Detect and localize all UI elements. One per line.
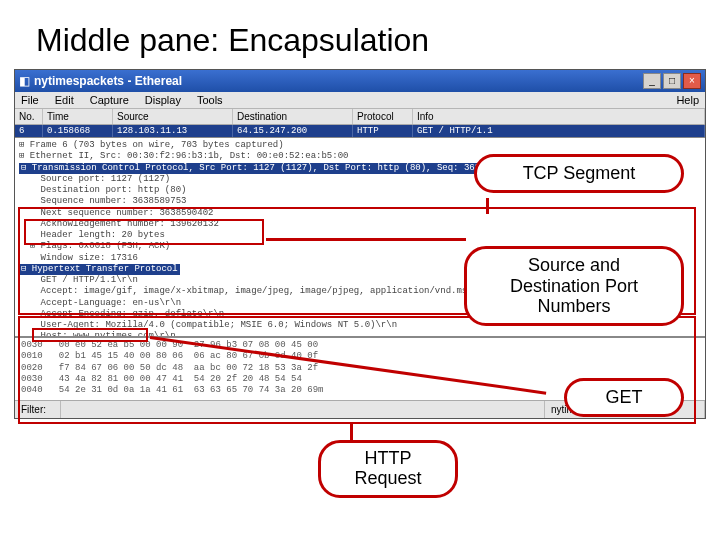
cell-protocol: HTTP [353, 125, 413, 137]
close-button[interactable]: × [683, 73, 701, 89]
tree-srcport: Source port: 1127 (1127) [19, 174, 170, 184]
packet-list-header: No. Time Source Destination Protocol Inf… [15, 109, 705, 125]
cell-time: 0.158668 [43, 125, 113, 137]
cell-no: 6 [15, 125, 43, 137]
window-title: nytimespackets - Ethereal [34, 74, 641, 88]
packet-row-selected[interactable]: 6 0.158668 128.103.11.13 64.15.247.200 H… [15, 125, 705, 138]
callout-ports: Source and Destination Port Numbers [464, 246, 684, 326]
menu-file[interactable]: File [21, 94, 39, 106]
slide-title: Middle pane: Encapsulation [0, 0, 720, 69]
titlebar[interactable]: ◧ nytimespackets - Ethereal _ □ × [15, 70, 705, 92]
col-source[interactable]: Source [113, 109, 233, 124]
minimize-button[interactable]: _ [643, 73, 661, 89]
callout-line [486, 198, 489, 214]
cell-info: GET / HTTP/1.1 [413, 125, 705, 137]
menu-help[interactable]: Help [676, 94, 699, 106]
maximize-button[interactable]: □ [663, 73, 681, 89]
callout-http-request: HTTP Request [318, 440, 458, 498]
tree-dstport: Destination port: http (80) [19, 185, 186, 195]
menubar: File Edit Capture Display Tools Help [15, 92, 705, 109]
col-destination[interactable]: Destination [233, 109, 353, 124]
col-info[interactable]: Info [413, 109, 705, 124]
col-no[interactable]: No. [15, 109, 43, 124]
app-icon: ◧ [19, 74, 30, 88]
tree-ethernet: ⊞ Ethernet II, Src: 00:30:f2:96:b3:1b, D… [19, 151, 348, 161]
col-time[interactable]: Time [43, 109, 113, 124]
menu-edit[interactable]: Edit [55, 94, 74, 106]
cell-destination: 64.15.247.200 [233, 125, 353, 137]
menu-display[interactable]: Display [145, 94, 181, 106]
highlight-ports [24, 219, 264, 245]
callout-get: GET [564, 378, 684, 417]
callout-line [266, 238, 466, 241]
cell-source: 128.103.11.13 [113, 125, 233, 137]
tree-seq: Sequence number: 3638589753 [19, 196, 186, 206]
col-protocol[interactable]: Protocol [353, 109, 413, 124]
callout-tcp-segment: TCP Segment [474, 154, 684, 193]
menu-capture[interactable]: Capture [90, 94, 129, 106]
menu-tools[interactable]: Tools [197, 94, 223, 106]
tree-frame: ⊞ Frame 6 (703 bytes on wire, 703 bytes … [19, 140, 284, 150]
